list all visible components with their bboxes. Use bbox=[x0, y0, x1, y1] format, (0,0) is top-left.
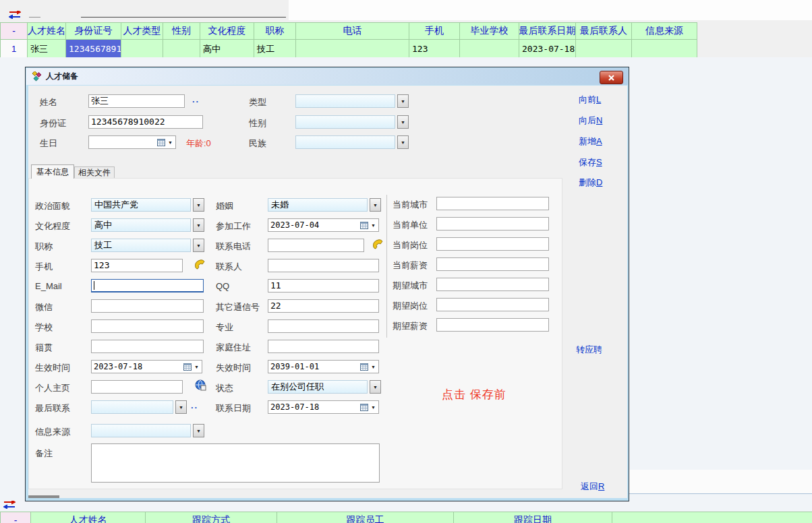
cell-title[interactable]: 技工 bbox=[254, 40, 296, 58]
email-input[interactable] bbox=[91, 279, 204, 293]
chevron-down-icon[interactable]: ▼ bbox=[370, 380, 381, 394]
mobile-input[interactable]: 123 bbox=[91, 259, 183, 272]
cell-idnumber-selected[interactable]: 12345678910022 bbox=[66, 40, 121, 58]
major-input[interactable] bbox=[268, 319, 379, 333]
gender-combo[interactable]: ▼ bbox=[295, 115, 409, 129]
chevron-down-icon[interactable]: ▼ bbox=[368, 223, 378, 228]
grid-navigator-icon[interactable] bbox=[3, 501, 16, 509]
work-start-datepicker[interactable]: 2023-07-04 ▼ bbox=[268, 218, 379, 232]
contact-person-input[interactable] bbox=[268, 259, 379, 272]
tab-basic-info[interactable]: 基本信息 bbox=[31, 164, 74, 179]
cell-mobile[interactable]: 123 bbox=[409, 40, 460, 58]
type-combo[interactable]: ▼ bbox=[295, 94, 409, 108]
wechat-input[interactable] bbox=[91, 299, 204, 313]
col-header-track-employee[interactable]: 跟踪员工 bbox=[277, 512, 454, 523]
chevron-down-icon[interactable]: ▼ bbox=[370, 198, 381, 212]
chevron-down-icon[interactable]: ▼ bbox=[368, 365, 378, 369]
add-button[interactable]: 新增A bbox=[579, 135, 602, 148]
globe-icon[interactable] bbox=[195, 379, 206, 391]
info-source-combo[interactable]: ▼ bbox=[91, 424, 204, 437]
save-button[interactable]: 保存S bbox=[579, 156, 602, 168]
expected-city-input[interactable] bbox=[436, 278, 549, 291]
calendar-icon[interactable] bbox=[360, 222, 368, 229]
col-header-rowmark[interactable]: - bbox=[1, 23, 28, 39]
cell-education[interactable]: 高中 bbox=[200, 40, 254, 58]
col-header-talent-type[interactable]: 人才类型 bbox=[121, 23, 163, 39]
chevron-down-icon[interactable]: ▼ bbox=[193, 218, 204, 232]
native-place-input[interactable] bbox=[91, 340, 204, 353]
cell-talent-type[interactable] bbox=[121, 40, 163, 58]
idcard-input[interactable]: 12345678910022 bbox=[88, 115, 203, 129]
cell-phone[interactable] bbox=[296, 40, 409, 58]
phone-dial-icon[interactable] bbox=[372, 238, 384, 249]
chevron-down-icon[interactable]: ▼ bbox=[193, 239, 204, 252]
col-header-track-date[interactable]: 跟踪日期 bbox=[454, 512, 612, 523]
col-header-blank[interactable] bbox=[612, 512, 812, 523]
chevron-down-icon[interactable]: ▼ bbox=[397, 115, 409, 129]
col-header-info-source[interactable]: 信息来源 bbox=[632, 23, 697, 39]
cell-last-contact-person[interactable] bbox=[576, 40, 632, 58]
birthday-datepicker[interactable]: ▼ bbox=[88, 135, 176, 149]
calendar-icon[interactable] bbox=[157, 139, 165, 146]
grid-navigator-icon[interactable] bbox=[9, 11, 21, 19]
home-address-input[interactable] bbox=[268, 340, 379, 353]
other-im-input[interactable]: 22 bbox=[268, 299, 379, 313]
col-header-last-contact-date[interactable]: 最后联系日期 bbox=[519, 23, 576, 39]
current-company-input[interactable] bbox=[436, 217, 549, 230]
name-lookup-dots[interactable]: .. bbox=[192, 94, 200, 104]
education-combo[interactable]: 高中▼ bbox=[91, 218, 204, 232]
cell-name[interactable]: 张三 bbox=[28, 40, 66, 58]
tab-related-files[interactable]: 相关文件 bbox=[74, 166, 115, 179]
expiry-datepicker[interactable]: 2039-01-01 ▼ bbox=[268, 360, 379, 373]
chevron-down-icon[interactable]: ▼ bbox=[193, 198, 204, 212]
qq-input[interactable]: 11 bbox=[268, 279, 379, 293]
next-button[interactable]: 向后N bbox=[579, 115, 602, 127]
col-header-mobile[interactable]: 手机 bbox=[409, 23, 460, 39]
chevron-down-icon[interactable]: ▼ bbox=[192, 365, 202, 369]
chevron-down-icon[interactable]: ▼ bbox=[397, 94, 409, 108]
col-header-phone[interactable]: 电话 bbox=[296, 23, 409, 39]
transfer-to-apply-button[interactable]: 转应聘 bbox=[576, 344, 602, 356]
col-header-track-method[interactable]: 跟踪方式 bbox=[146, 512, 277, 523]
calendar-icon[interactable] bbox=[360, 363, 368, 371]
marriage-combo[interactable]: 未婚▼ bbox=[268, 198, 381, 212]
remarks-textarea[interactable] bbox=[91, 443, 380, 483]
col-header-school[interactable]: 毕业学校 bbox=[460, 23, 519, 39]
return-button[interactable]: 返回R bbox=[581, 481, 604, 493]
col-header-talent-name[interactable]: 人才姓名 bbox=[31, 512, 146, 523]
last-contact-lookup-dots[interactable]: .. bbox=[191, 400, 198, 410]
school-input[interactable] bbox=[91, 319, 204, 333]
chevron-down-icon[interactable]: ▼ bbox=[193, 424, 204, 437]
cell-last-contact-date[interactable]: 2023-07-18 bbox=[519, 40, 576, 58]
current-salary-input[interactable] bbox=[436, 257, 549, 271]
current-position-input[interactable] bbox=[436, 237, 549, 251]
expected-salary-input[interactable] bbox=[436, 318, 549, 332]
status-combo[interactable]: 在别公司任职▼ bbox=[268, 380, 381, 394]
col-header-education[interactable]: 文化程度 bbox=[200, 23, 254, 39]
calendar-icon[interactable] bbox=[183, 363, 192, 371]
col-header-last-contact-person[interactable]: 最后联系人 bbox=[576, 23, 632, 39]
calendar-icon[interactable] bbox=[360, 404, 368, 411]
chevron-down-icon[interactable]: ▼ bbox=[165, 140, 175, 145]
cell-school[interactable] bbox=[460, 40, 519, 58]
col-header-rowmark[interactable]: - bbox=[1, 512, 31, 523]
title-combo[interactable]: 技工▼ bbox=[91, 239, 204, 252]
cell-info-source[interactable] bbox=[632, 40, 697, 58]
col-header-idnumber[interactable]: 身份证号 bbox=[66, 23, 121, 39]
effective-date-picker[interactable]: 2023-07-18 ▼ bbox=[91, 360, 202, 373]
political-status-combo[interactable]: 中国共产党▼ bbox=[91, 198, 204, 212]
phone-dial-icon[interactable] bbox=[194, 258, 206, 270]
col-header-title[interactable]: 职称 bbox=[254, 23, 296, 39]
col-header-gender[interactable]: 性别 bbox=[163, 23, 200, 39]
homepage-input[interactable] bbox=[91, 380, 183, 394]
contact-date-picker[interactable]: 2023-07-18 ▼ bbox=[268, 400, 379, 414]
col-header-name[interactable]: 人才姓名 bbox=[28, 23, 66, 39]
last-contact-combo[interactable]: ▼ bbox=[91, 400, 187, 414]
cell-gender[interactable] bbox=[163, 40, 200, 58]
chevron-down-icon[interactable]: ▼ bbox=[175, 400, 187, 414]
close-button[interactable] bbox=[600, 71, 623, 84]
current-city-input[interactable] bbox=[436, 197, 549, 210]
prev-button[interactable]: 向前L bbox=[579, 94, 601, 106]
contact-phone-input[interactable] bbox=[268, 239, 364, 252]
chevron-down-icon[interactable]: ▼ bbox=[397, 135, 409, 149]
